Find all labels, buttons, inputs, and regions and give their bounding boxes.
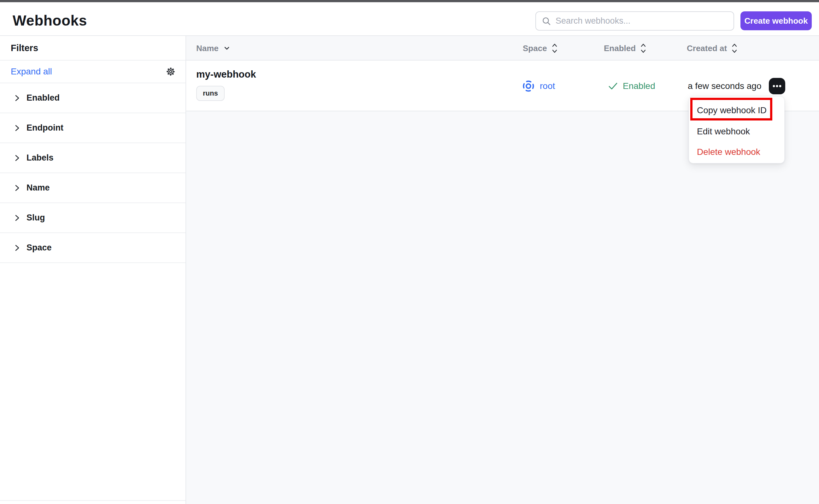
chevron-right-icon	[13, 244, 21, 252]
sidebar-bottom-divider	[0, 500, 186, 501]
filter-settings-button[interactable]	[166, 67, 175, 76]
row-actions-button[interactable]	[769, 78, 785, 94]
name-cell: my-webhook runs	[196, 69, 256, 101]
sort-icon	[731, 43, 738, 54]
column-label: Enabled	[604, 44, 636, 53]
filter-section-label: Labels	[27, 153, 54, 163]
filter-section-enabled[interactable]: Enabled	[0, 83, 186, 113]
filter-section-label: Space	[27, 243, 52, 253]
page-title: Webhooks	[13, 12, 87, 29]
column-header-created-at[interactable]: Created at	[687, 36, 738, 61]
column-header-name[interactable]: Name	[196, 36, 231, 61]
filters-toolbar: Expand all	[0, 61, 186, 83]
browser-top-bar	[0, 0, 819, 2]
sort-icon	[551, 43, 558, 54]
menu-item-edit-webhook[interactable]: Edit webhook	[697, 126, 750, 137]
row-actions-menu: Copy webhook ID Edit webhook Delete webh…	[689, 96, 785, 163]
chevron-right-icon	[13, 184, 21, 192]
chevron-down-icon	[223, 45, 231, 51]
chevron-right-icon	[13, 214, 21, 222]
chevron-right-icon	[13, 154, 21, 162]
webhook-name-link[interactable]: my-webhook	[196, 69, 256, 80]
column-header-space[interactable]: Space	[523, 36, 558, 61]
space-link[interactable]: root	[521, 61, 555, 111]
create-webhook-button[interactable]: Create webhook	[740, 11, 812, 30]
page-header: Webhooks Create webhook	[0, 2, 819, 36]
space-icon	[521, 79, 536, 93]
ellipsis-icon	[772, 85, 782, 88]
chevron-right-icon	[13, 94, 21, 102]
enabled-status: Enabled	[608, 61, 655, 111]
filter-section-space[interactable]: Space	[0, 233, 186, 263]
filter-section-label: Endpoint	[27, 123, 63, 133]
created-at-text: a few seconds ago	[688, 81, 762, 91]
column-label: Name	[196, 44, 219, 53]
table-header: Name Space Enabled Created at	[186, 36, 819, 61]
menu-item-copy-webhook-id[interactable]: Copy webhook ID	[697, 105, 767, 115]
filter-section-slug[interactable]: Slug	[0, 203, 186, 233]
space-name: root	[540, 81, 555, 91]
column-label: Space	[523, 44, 547, 53]
webhook-tag: runs	[196, 86, 225, 101]
sort-icon	[640, 43, 646, 54]
search-icon	[542, 16, 551, 26]
search-field[interactable]	[556, 16, 728, 26]
filter-section-name[interactable]: Name	[0, 173, 186, 203]
filters-title: Filters	[0, 36, 186, 61]
enabled-label: Enabled	[623, 81, 655, 91]
column-header-enabled[interactable]: Enabled	[604, 36, 646, 61]
filter-section-label: Slug	[27, 213, 45, 223]
filter-section-labels[interactable]: Labels	[0, 143, 186, 173]
gear-icon	[166, 67, 175, 76]
filter-section-endpoint[interactable]: Endpoint	[0, 113, 186, 143]
check-icon	[608, 81, 618, 91]
menu-item-delete-webhook[interactable]: Delete webhook	[697, 147, 760, 157]
filter-section-label: Name	[27, 183, 50, 193]
column-label: Created at	[687, 44, 727, 53]
search-input[interactable]	[535, 11, 734, 31]
chevron-right-icon	[13, 124, 21, 132]
expand-all-link[interactable]: Expand all	[11, 67, 52, 77]
filters-sidebar: Filters Expand all Enabled Endpoint Labe…	[0, 36, 186, 504]
filter-section-label: Enabled	[27, 93, 60, 103]
